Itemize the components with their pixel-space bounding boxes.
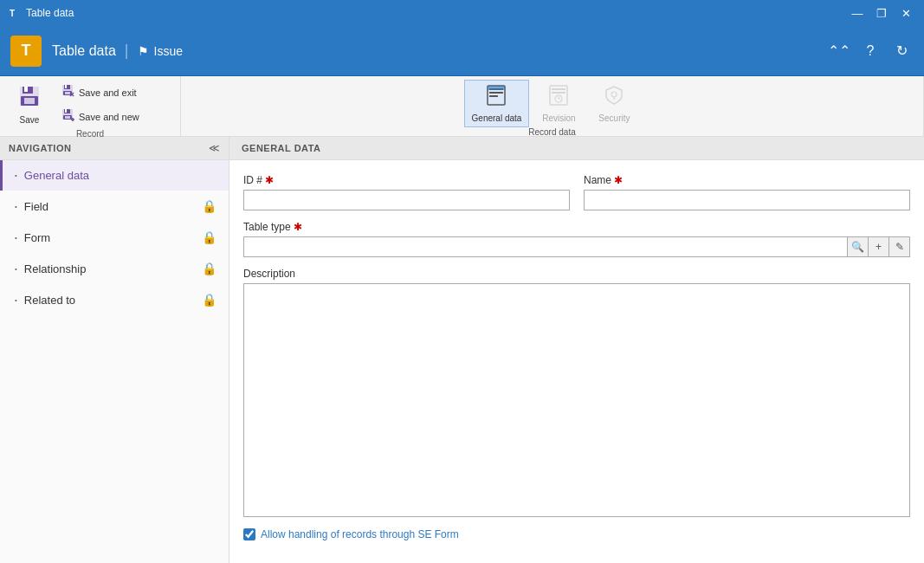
- revision-button: Revision: [533, 80, 585, 127]
- sidebar-item-general-data-label: General data: [24, 169, 216, 182]
- app-logo: T: [10, 36, 42, 67]
- svg-rect-18: [65, 116, 70, 119]
- sidebar-item-related-to[interactable]: • Related to 🔒: [0, 284, 229, 315]
- app-title: Table data: [52, 43, 116, 59]
- id-name-row: ID # ✱ Name ✱: [243, 174, 910, 210]
- app-subtitle: ⚑ Issue: [138, 44, 183, 58]
- id-field: ID # ✱: [243, 174, 570, 210]
- save-new-svg: [61, 108, 75, 122]
- name-field: Name ✱: [584, 174, 910, 210]
- security-icon: [603, 84, 625, 112]
- lock-icon: 🔒: [202, 230, 216, 244]
- page-name: Issue: [154, 44, 183, 58]
- app-logo-letter: T: [22, 42, 31, 60]
- save-icon: [17, 84, 42, 113]
- bullet-icon: •: [15, 265, 17, 273]
- revision-label: Revision: [542, 113, 575, 123]
- svg-rect-25: [488, 86, 505, 90]
- collapse-button[interactable]: ⌃⌃: [827, 39, 851, 63]
- lock-icon: 🔒: [202, 199, 216, 213]
- sidebar-header: NAVIGATION ≪: [0, 137, 229, 160]
- sidebar-item-form-label: Form: [24, 231, 202, 244]
- svg-text:T: T: [10, 9, 15, 18]
- id-label: ID # ✱: [243, 174, 570, 186]
- revision-icon: [547, 84, 570, 112]
- svg-rect-4: [24, 87, 28, 92]
- content-header: GENERAL DATA: [229, 137, 924, 160]
- record-group-content: Save Save and: [0, 80, 180, 129]
- name-label: Name ✱: [584, 174, 910, 186]
- lock-icon: 🔒: [202, 262, 216, 275]
- save-exit-label: Save and exit: [79, 87, 137, 98]
- lock-icon: 🔒: [202, 293, 216, 307]
- description-textarea[interactable]: [243, 283, 910, 517]
- content-area: GENERAL DATA ID # ✱ Name ✱: [229, 137, 924, 563]
- id-input[interactable]: [243, 190, 570, 210]
- svg-rect-24: [489, 95, 498, 97]
- table-type-add-button[interactable]: +: [869, 236, 889, 257]
- app-header: T Table data | ⚑ Issue ⌃⌃ ? ↻: [0, 26, 924, 76]
- main-layout: NAVIGATION ≪ • General data • Field 🔒 • …: [0, 137, 924, 563]
- bullet-icon: •: [15, 171, 17, 179]
- save-new-button[interactable]: Save and new: [55, 106, 177, 128]
- save-new-label: Save and new: [79, 112, 139, 122]
- svg-rect-6: [24, 98, 35, 104]
- table-type-label: Table type ✱: [243, 221, 910, 233]
- save-label: Save: [20, 115, 40, 125]
- svg-rect-11: [65, 92, 70, 94]
- toolbar: Save Save and: [0, 76, 924, 137]
- refresh-button[interactable]: ↻: [889, 39, 914, 63]
- header-actions: ⌃⌃ ? ↻: [827, 39, 914, 63]
- save-exit-svg: [61, 84, 75, 98]
- security-label: Security: [598, 113, 630, 123]
- name-required-star: ✱: [614, 174, 623, 186]
- help-button[interactable]: ?: [858, 39, 882, 63]
- minimize-button[interactable]: —: [846, 4, 869, 22]
- svg-rect-27: [552, 88, 565, 90]
- save-exit-button[interactable]: Save and exit: [55, 81, 177, 104]
- table-type-input[interactable]: [243, 236, 848, 257]
- table-type-required-star: ✱: [294, 221, 302, 233]
- table-type-search-button[interactable]: 🔍: [848, 236, 869, 257]
- general-data-label: General data: [472, 113, 522, 123]
- description-label: Description: [243, 268, 910, 280]
- save-svg: [17, 84, 42, 108]
- svg-rect-16: [65, 109, 67, 113]
- security-button: Security: [588, 80, 640, 127]
- sidebar-item-relationship[interactable]: • Relationship 🔒: [0, 253, 229, 284]
- general-data-button[interactable]: General data: [464, 80, 530, 127]
- save-exit-icon: [61, 84, 75, 101]
- svg-point-30: [611, 92, 617, 97]
- record-data-group-label: Record data: [521, 127, 582, 137]
- description-section: Description: [243, 268, 910, 520]
- checkbox-row: Allow handling of records through SE For…: [243, 528, 910, 540]
- title-bar: T Table data — ❐ ✕: [0, 0, 924, 26]
- svg-rect-9: [65, 85, 67, 88]
- save-new-icon: [61, 108, 75, 126]
- sidebar-item-field[interactable]: • Field 🔒: [0, 191, 229, 222]
- svg-rect-28: [552, 92, 565, 94]
- name-input[interactable]: [584, 190, 910, 210]
- page-icon: ⚑: [138, 44, 149, 58]
- sidebar-item-related-to-label: Related to: [24, 294, 202, 307]
- revision-svg: [547, 84, 570, 107]
- save-button[interactable]: Save: [3, 80, 55, 129]
- se-form-checkbox[interactable]: [243, 528, 255, 540]
- se-form-label[interactable]: Allow handling of records through SE For…: [261, 528, 459, 540]
- id-required-star: ✱: [265, 174, 274, 186]
- sidebar-collapse-button[interactable]: ≪: [209, 142, 220, 154]
- table-type-edit-button[interactable]: ✎: [889, 236, 910, 257]
- sidebar-item-field-label: Field: [24, 200, 202, 213]
- record-group: Save Save and: [0, 76, 181, 136]
- security-svg: [603, 84, 625, 107]
- sidebar-item-form[interactable]: • Form 🔒: [0, 222, 229, 253]
- record-data-content: General data Revision: [459, 80, 646, 127]
- sidebar-title: NAVIGATION: [9, 143, 71, 153]
- svg-rect-23: [489, 92, 503, 94]
- close-button[interactable]: ✕: [895, 4, 917, 22]
- content-title: GENERAL DATA: [242, 143, 321, 153]
- maximize-button[interactable]: ❐: [870, 4, 893, 22]
- bullet-icon: •: [15, 296, 17, 304]
- sidebar-item-general-data[interactable]: • General data: [0, 160, 229, 191]
- title-bar-title: Table data: [26, 7, 846, 19]
